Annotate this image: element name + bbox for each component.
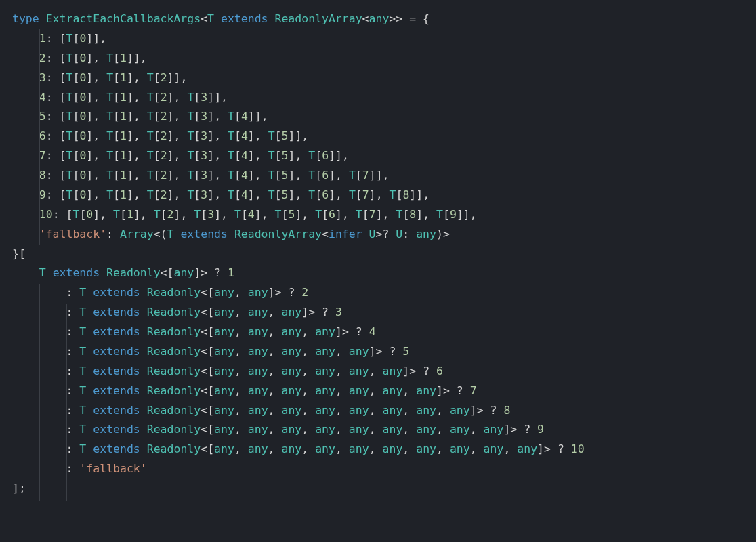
type-name: ExtractEachCallbackArgs xyxy=(46,12,201,25)
indent-guide xyxy=(66,304,67,501)
code-block: type ExtractEachCallbackArgs<T extends R… xyxy=(12,9,744,499)
indent-guide xyxy=(39,284,40,501)
keyword-type: type xyxy=(12,12,39,25)
code-editor[interactable]: type ExtractEachCallbackArgs<T extends R… xyxy=(12,9,744,499)
indent-guide xyxy=(39,29,40,245)
